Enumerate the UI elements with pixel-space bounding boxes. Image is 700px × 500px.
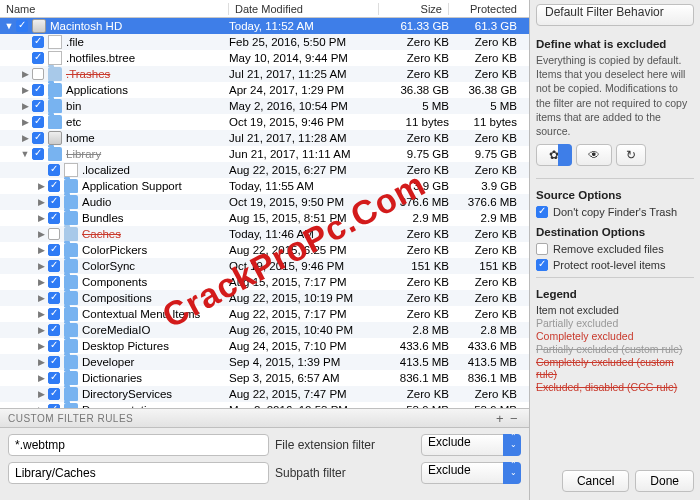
table-row[interactable]: ▶ColorSyncOct 19, 2015, 9:46 PM151 KB151… (0, 258, 529, 274)
disclosure-arrow-icon[interactable]: ▶ (36, 341, 46, 351)
remove-excluded-checkbox[interactable] (536, 243, 548, 255)
table-row[interactable]: ▶etcOct 19, 2015, 9:46 PM11 bytes11 byte… (0, 114, 529, 130)
include-checkbox[interactable] (48, 356, 60, 368)
disclosure-arrow-icon[interactable]: ▶ (36, 325, 46, 335)
rule-pattern-input[interactable] (8, 462, 269, 484)
folder-icon (64, 291, 78, 305)
include-checkbox[interactable] (48, 388, 60, 400)
table-row[interactable]: ▶CompositionsAug 22, 2015, 10:19 PMZero … (0, 290, 529, 306)
table-row[interactable]: ▶ApplicationsApr 24, 2017, 1:29 PM36.38 … (0, 82, 529, 98)
item-date: Jul 21, 2017, 11:28 AM (229, 132, 379, 144)
disclosure-arrow-icon[interactable]: ▶ (36, 293, 46, 303)
include-checkbox[interactable] (48, 308, 60, 320)
disclosure-arrow-icon[interactable]: ▼ (20, 149, 30, 159)
folder-icon (48, 99, 62, 113)
disclosure-arrow-icon[interactable]: ▶ (20, 101, 30, 111)
table-row[interactable]: ▶homeJul 21, 2017, 11:28 AMZero KBZero K… (0, 130, 529, 146)
disclosure-arrow-icon[interactable]: ▶ (20, 133, 30, 143)
disclosure-arrow-icon[interactable]: ▶ (20, 69, 30, 79)
disclosure-arrow-icon[interactable]: ▶ (36, 245, 46, 255)
include-checkbox[interactable] (32, 84, 44, 96)
filter-behavior-select[interactable]: Default Filter Behavior (536, 4, 694, 26)
table-header: Name Date Modified Size Protected (0, 0, 529, 18)
include-checkbox[interactable] (32, 100, 44, 112)
protect-root-checkbox[interactable] (536, 259, 548, 271)
include-checkbox[interactable] (32, 148, 44, 160)
file-tree[interactable]: ▼Macintosh HDToday, 11:52 AM61.33 GB61.3… (0, 18, 529, 408)
table-row[interactable]: ▶ColorPickersAug 22, 2015, 6:25 PMZero K… (0, 242, 529, 258)
table-row[interactable]: ▶ComponentsAug 15, 2015, 7:17 PMZero KBZ… (0, 274, 529, 290)
table-row[interactable]: ▶DirectoryServicesAug 22, 2015, 7:47 PMZ… (0, 386, 529, 402)
disclosure-arrow-icon[interactable]: ▶ (20, 117, 30, 127)
disclosure-arrow-icon[interactable]: ▼ (4, 21, 14, 31)
include-checkbox[interactable] (48, 164, 60, 176)
disclosure-arrow-icon[interactable]: ▶ (36, 309, 46, 319)
table-row[interactable]: ▼LibraryJun 21, 2017, 11:11 AM9.75 GB9.7… (0, 146, 529, 162)
include-checkbox[interactable] (48, 228, 60, 240)
table-row[interactable]: ▶.TrashesJul 21, 2017, 11:25 AMZero KBZe… (0, 66, 529, 82)
cancel-button[interactable]: Cancel (562, 470, 629, 492)
table-row[interactable]: .localizedAug 22, 2015, 6:27 PMZero KBZe… (0, 162, 529, 178)
include-checkbox[interactable] (48, 244, 60, 256)
include-checkbox[interactable] (48, 196, 60, 208)
disclosure-arrow-icon[interactable]: ▶ (36, 197, 46, 207)
include-checkbox[interactable] (32, 52, 44, 64)
table-row[interactable]: ▶Desktop PicturesAug 24, 2015, 7:10 PM43… (0, 338, 529, 354)
include-checkbox[interactable] (48, 260, 60, 272)
col-size[interactable]: Size (379, 3, 449, 15)
gear-icon[interactable]: ✿ (536, 144, 572, 166)
table-row[interactable]: ▶DictionariesSep 3, 2015, 6:57 AM836.1 M… (0, 370, 529, 386)
include-checkbox[interactable] (32, 68, 44, 80)
disclosure-arrow-icon[interactable]: ▶ (36, 357, 46, 367)
include-checkbox[interactable] (48, 404, 60, 408)
include-checkbox[interactable] (48, 372, 60, 384)
rule-action-select[interactable]: Exclude (421, 462, 521, 484)
table-row[interactable]: ▶AudioOct 19, 2015, 9:50 PM376.6 MB376.6… (0, 194, 529, 210)
table-row[interactable]: ▶DeveloperSep 4, 2015, 1:39 PM413.5 MB41… (0, 354, 529, 370)
col-date[interactable]: Date Modified (229, 3, 379, 15)
include-checkbox[interactable] (48, 212, 60, 224)
col-protected[interactable]: Protected (449, 3, 529, 15)
table-row[interactable]: .hotfiles.btreeMay 10, 2014, 9:44 PMZero… (0, 50, 529, 66)
include-checkbox[interactable] (32, 132, 44, 144)
disclosure-arrow-icon[interactable]: ▶ (36, 229, 46, 239)
rule-action-select[interactable]: Exclude (421, 434, 521, 456)
done-button[interactable]: Done (635, 470, 694, 492)
table-row[interactable]: ▶BundlesAug 15, 2015, 8:51 PM2.9 MB2.9 M… (0, 210, 529, 226)
refresh-icon[interactable]: ↻ (616, 144, 646, 166)
disclosure-arrow-icon[interactable]: ▶ (36, 213, 46, 223)
table-row[interactable]: ▶Application SupportToday, 11:55 AM3.9 G… (0, 178, 529, 194)
include-checkbox[interactable] (48, 276, 60, 288)
table-row[interactable]: .fileFeb 25, 2016, 5:50 PMZero KBZero KB (0, 34, 529, 50)
include-checkbox[interactable] (16, 20, 28, 32)
include-checkbox[interactable] (48, 292, 60, 304)
include-checkbox[interactable] (48, 324, 60, 336)
item-name: .Trashes (66, 68, 229, 80)
item-size: Zero KB (379, 52, 449, 64)
col-name[interactable]: Name (0, 3, 229, 15)
include-checkbox[interactable] (32, 116, 44, 128)
disclosure-arrow-icon[interactable]: ▶ (36, 261, 46, 271)
legend-item: Completely excluded (custom rule) (536, 356, 694, 380)
disclosure-arrow-icon[interactable]: ▶ (20, 85, 30, 95)
table-row[interactable]: ▶Contextual Menu ItemsAug 22, 2015, 7:17… (0, 306, 529, 322)
dont-copy-trash-checkbox[interactable] (536, 206, 548, 218)
include-checkbox[interactable] (48, 180, 60, 192)
item-date: Aug 22, 2015, 6:25 PM (229, 244, 379, 256)
disclosure-arrow-icon[interactable]: ▶ (36, 181, 46, 191)
item-size: 61.33 GB (379, 20, 449, 32)
rule-pattern-input[interactable] (8, 434, 269, 456)
table-row[interactable]: ▶CoreMediaIOAug 26, 2015, 10:40 PM2.8 MB… (0, 322, 529, 338)
disclosure-arrow-icon[interactable]: ▶ (36, 277, 46, 287)
table-row[interactable]: ▶binMay 2, 2016, 10:54 PM5 MB5 MB (0, 98, 529, 114)
item-protected: 3.9 GB (449, 180, 529, 192)
table-row[interactable]: ▼Macintosh HDToday, 11:52 AM61.33 GB61.3… (0, 18, 529, 34)
minus-icon[interactable]: − (507, 411, 521, 426)
disclosure-arrow-icon[interactable]: ▶ (36, 373, 46, 383)
include-checkbox[interactable] (48, 340, 60, 352)
eye-icon[interactable]: 👁 (576, 144, 612, 166)
table-row[interactable]: ▶CachesToday, 11:46 AMZero KBZero KB (0, 226, 529, 242)
disclosure-arrow-icon[interactable]: ▶ (36, 389, 46, 399)
include-checkbox[interactable] (32, 36, 44, 48)
plus-icon[interactable]: + (493, 411, 507, 426)
